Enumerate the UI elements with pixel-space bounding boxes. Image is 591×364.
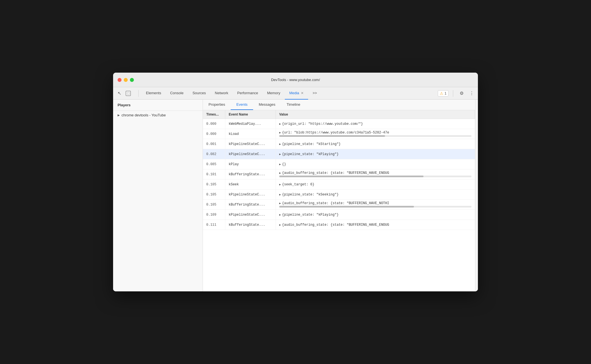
- more-icon: ⋮: [469, 91, 474, 96]
- td-value: ▶ {seek_target: 6}: [276, 179, 475, 189]
- window-controls: [118, 78, 134, 82]
- td-value: ▶ {}: [276, 159, 475, 169]
- content-panel: Properties Events Messages Timeline Time…: [203, 100, 475, 291]
- table-row[interactable]: 0.101 kBufferingState... ▶ {audio_buffer…: [203, 169, 475, 179]
- td-timestamp: 0.105: [203, 190, 225, 199]
- toolbar-right: ⚠ 1 ⚙ ⋮: [438, 89, 476, 97]
- td-timestamp: 0.105: [203, 200, 225, 209]
- td-event-name: kPipelineStateC...: [225, 210, 276, 220]
- td-event-name: kPlay: [225, 159, 276, 169]
- sub-tab-messages[interactable]: Messages: [253, 100, 281, 110]
- tab-more[interactable]: >>: [308, 87, 321, 100]
- expand-arrow-icon: ▶: [279, 223, 281, 227]
- toolbar-icons: ↖ ⬚: [115, 89, 132, 97]
- td-timestamp: 0.105: [203, 179, 225, 189]
- settings-button[interactable]: ⚙: [458, 89, 466, 97]
- minimize-button[interactable]: [124, 78, 128, 82]
- cursor-icon: ↖: [118, 91, 121, 96]
- table-row[interactable]: 0.085 kPlay ▶ {}: [203, 159, 475, 169]
- td-value: ▶ {audio_buffering_state: {state: "BUFFE…: [276, 169, 475, 179]
- table-row[interactable]: 0.109 kPipelineStateC... ▶ {pipeline_sta…: [203, 210, 475, 220]
- toolbar-divider-2: [453, 90, 453, 97]
- expand-arrow-icon: ▶: [279, 213, 281, 216]
- td-event-name: kBufferingState...: [225, 220, 276, 230]
- expand-arrow-icon: ▶: [279, 193, 281, 196]
- td-timestamp: 0.000: [203, 129, 225, 139]
- devtools-toolbar: ↖ ⬚ Elements Console Sources Network Per…: [113, 87, 478, 100]
- inspector-icon-button[interactable]: ⬚: [124, 89, 132, 97]
- tab-console[interactable]: Console: [166, 87, 188, 100]
- expand-arrow-icon: ▶: [279, 131, 281, 134]
- td-event-name: kSeek: [225, 179, 276, 189]
- table-row[interactable]: 0.105 kPipelineStateC... ▶ {pipeline_sta…: [203, 190, 475, 200]
- toolbar-divider: [138, 90, 139, 97]
- td-timestamp: 0.082: [203, 149, 225, 159]
- tab-media[interactable]: Media ✕: [285, 87, 308, 100]
- horizontal-scrollbar-thumb[interactable]: [279, 176, 423, 177]
- expand-arrow-icon: ▶: [279, 202, 281, 205]
- th-event-name: Event Name: [225, 110, 276, 119]
- table-row[interactable]: 0.105 kBufferingState... ▶ {audio_buffer…: [203, 200, 475, 210]
- close-button[interactable]: [118, 78, 122, 82]
- sub-tab-properties[interactable]: Properties: [203, 100, 231, 110]
- sidebar-header: Players: [113, 100, 203, 111]
- sidebar: Players ▶ chrome devtools - YouTube: [113, 100, 203, 291]
- td-event-name: kBufferingState...: [225, 200, 276, 209]
- tab-elements[interactable]: Elements: [141, 87, 166, 100]
- table-row[interactable]: 0.105 kSeek ▶ {seek_target: 6}: [203, 179, 475, 190]
- th-value: Value: [276, 110, 475, 119]
- td-value: ▶ {audio_buffering_state: {state: "BUFFE…: [276, 220, 475, 230]
- table-row[interactable]: 0.001 kPipelineStateC... ▶ {pipeline_sta…: [203, 139, 475, 149]
- expand-arrow-icon: ▶: [279, 163, 281, 166]
- cursor-icon-button[interactable]: ↖: [115, 89, 123, 97]
- more-button[interactable]: ⋮: [468, 89, 476, 97]
- warning-badge[interactable]: ⚠ 1: [438, 90, 448, 96]
- expand-arrow-icon: ▶: [279, 183, 281, 186]
- right-scrollbar[interactable]: [475, 100, 478, 291]
- tab-memory[interactable]: Memory: [263, 87, 285, 100]
- table-row[interactable]: 0.111 kBufferingState... ▶ {audio_buffer…: [203, 220, 475, 230]
- title-bar: DevTools - www.youtube.com/: [113, 73, 478, 87]
- warning-icon: ⚠: [440, 91, 443, 96]
- sub-tabs: Properties Events Messages Timeline: [203, 100, 475, 110]
- expand-arrow-icon: ▶: [279, 153, 281, 156]
- sub-tab-timeline[interactable]: Timeline: [281, 100, 306, 110]
- events-table[interactable]: Times... Event Name Value 0.000 kWebMedi…: [203, 110, 475, 291]
- td-value: ▶ {pipeline_state: "kStarting"}: [276, 139, 475, 149]
- window-title: DevTools - www.youtube.com/: [271, 78, 320, 82]
- td-timestamp: 0.000: [203, 119, 225, 129]
- table-header: Times... Event Name Value: [203, 110, 475, 119]
- inspector-icon: ⬚: [126, 91, 131, 96]
- tab-performance[interactable]: Performance: [233, 87, 262, 100]
- td-event-name: kPipelineStateC...: [225, 149, 276, 159]
- table-row[interactable]: 0.082 kPipelineStateC... ▶ {pipeline_sta…: [203, 149, 475, 159]
- settings-icon: ⚙: [460, 91, 464, 96]
- td-value: ▶ {origin_url: "https://www.youtube.com/…: [276, 119, 475, 129]
- td-timestamp: 0.109: [203, 210, 225, 220]
- td-event-name: kWebMediaPlay...: [225, 119, 276, 129]
- horizontal-scrollbar-thumb[interactable]: [279, 206, 414, 208]
- td-timestamp: 0.085: [203, 159, 225, 169]
- tab-media-close[interactable]: ✕: [301, 91, 304, 95]
- td-value: ▶ {url: "blob:https://www.youtube.com/c3…: [276, 129, 475, 139]
- td-event-name: kPipelineStateC...: [225, 190, 276, 199]
- td-timestamp: 0.101: [203, 169, 225, 179]
- maximize-button[interactable]: [130, 78, 134, 82]
- sidebar-item-youtube[interactable]: ▶ chrome devtools - YouTube: [113, 111, 203, 119]
- td-value: ▶ {pipeline_state: "kSeeking"}: [276, 190, 475, 199]
- tab-network[interactable]: Network: [210, 87, 233, 100]
- td-timestamp: 0.001: [203, 139, 225, 149]
- td-value: ▶ {audio_buffering_state: {state: "BUFFE…: [276, 200, 475, 209]
- tab-sources[interactable]: Sources: [188, 87, 210, 100]
- sub-tab-events[interactable]: Events: [231, 100, 253, 110]
- expand-arrow-icon: ▶: [279, 171, 281, 175]
- td-value: ▶ {pipeline_state: "kPlaying"}: [276, 210, 475, 220]
- table-row[interactable]: 0.000 kLoad ▶ {url: "blob:https://www.yo…: [203, 129, 475, 139]
- td-event-name: kBufferingState...: [225, 169, 276, 179]
- arrow-icon: ▶: [118, 114, 120, 117]
- table-row[interactable]: 0.000 kWebMediaPlay... ▶ {origin_url: "h…: [203, 119, 475, 129]
- horizontal-scrollbar-thumb[interactable]: [279, 135, 385, 137]
- main-content: Players ▶ chrome devtools - YouTube Prop…: [113, 100, 478, 291]
- tab-nav: Elements Console Sources Network Perform…: [141, 87, 437, 99]
- expand-arrow-icon: ▶: [279, 122, 281, 126]
